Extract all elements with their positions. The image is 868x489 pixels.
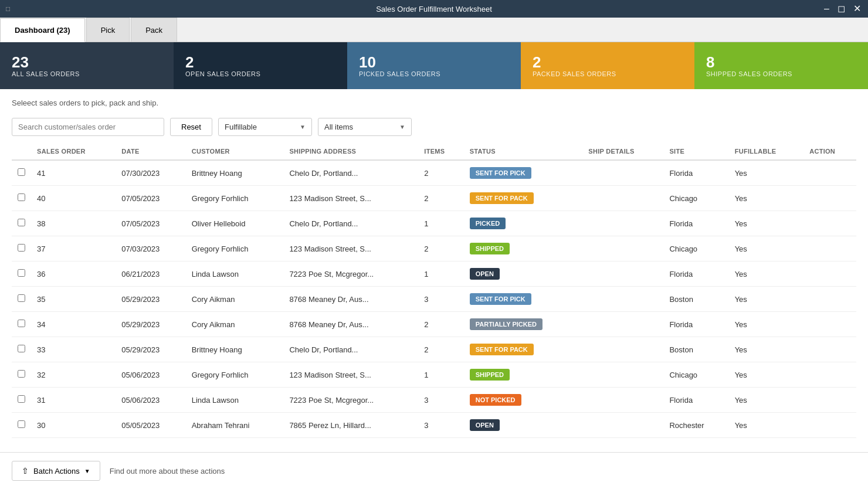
row-items-41: 2 [418,160,463,186]
status-badge-38: PICKED [470,218,506,229]
toolbar: Reset Fulfillable ▼ All items ▼ [0,113,868,143]
row-sales-order-37: 37 [31,236,116,262]
row-items-38: 1 [418,211,463,236]
row-fulfillable-32: Yes [729,362,804,388]
row-status-31: NOT PICKED [464,388,583,413]
table-row: 30 05/05/2023 Abraham Tehrani 7865 Perez… [12,413,856,438]
row-date-34: 05/29/2023 [116,312,185,337]
stat-picked-orders[interactable]: 10 PICKED SALES ORDERS [347,42,521,89]
row-checkbox-32[interactable] [18,370,25,378]
row-ship-details-30 [582,413,663,438]
status-badge-36: OPEN [470,268,500,280]
table-row: 38 07/05/2023 Oliver Helleboid Chelo Dr,… [12,211,856,236]
row-action-30 [803,413,856,438]
tab-pick[interactable]: Pick [86,18,130,42]
row-date-30: 05/05/2023 [116,413,185,438]
status-badge-41: SENT FOR PICK [470,167,531,179]
row-customer-35: Cory Aikman [186,287,284,312]
titlebar-title: Sales Order Fulfillment Worksheet [376,5,492,13]
row-status-34: PARTIALLY PICKED [464,312,583,337]
row-checkbox-cell [12,211,31,236]
batch-actions-button[interactable]: ⇧ Batch Actions ▼ [12,461,100,481]
reset-button[interactable]: Reset [170,118,212,136]
stat-all-orders[interactable]: 23 ALL SALES ORDERS [0,42,174,89]
row-date-40: 07/05/2023 [116,186,185,211]
row-date-37: 07/03/2023 [116,236,185,262]
row-site-30: Rochester [663,413,728,438]
row-shipping-address-38: Chelo Dr, Portland... [283,211,418,236]
header-site: SITE [663,143,728,160]
row-items-30: 3 [418,413,463,438]
row-shipping-address-34: 8768 Meaney Dr, Aus... [283,312,418,337]
row-site-36: Florida [663,262,728,287]
stat-packed-label: PACKED SALES ORDERS [533,70,683,77]
fulfillable-filter[interactable]: Fulfillable ▼ [218,118,312,136]
row-ship-details-35 [582,287,663,312]
minimize-button[interactable]: – [822,4,832,13]
row-checkbox-40[interactable] [18,193,25,201]
stat-open-number: 2 [185,54,335,71]
row-checkbox-36[interactable] [18,269,25,277]
stat-shipped-orders[interactable]: 8 SHIPPED SALES ORDERS [694,42,868,89]
row-customer-37: Gregory Forhlich [186,236,284,262]
maximize-button[interactable]: ◻ [835,4,847,13]
header-fulfillable: FUFILLABLE [729,143,804,160]
status-badge-37: SHIPPED [470,243,510,254]
chevron-down-icon-2: ▼ [399,124,405,130]
row-checkbox-31[interactable] [18,395,25,403]
row-checkbox-34[interactable] [18,320,25,327]
row-shipping-address-32: 123 Madison Street, S... [283,362,418,388]
status-badge-32: SHIPPED [470,369,510,381]
stat-picked-number: 10 [359,54,509,71]
row-checkbox-38[interactable] [18,219,25,226]
row-date-38: 07/05/2023 [116,211,185,236]
row-date-32: 05/06/2023 [116,362,185,388]
stat-packed-number: 2 [533,54,683,71]
stat-open-orders[interactable]: 2 OPEN SALES ORDERS [174,42,347,89]
close-button[interactable]: ✕ [851,4,863,13]
row-checkbox-cell [12,236,31,262]
row-status-41: SENT FOR PICK [464,160,583,186]
row-checkbox-30[interactable] [18,420,25,428]
row-checkbox-33[interactable] [18,345,25,352]
row-fulfillable-34: Yes [729,312,804,337]
row-items-32: 1 [418,362,463,388]
row-checkbox-41[interactable] [18,168,25,176]
row-checkbox-37[interactable] [18,244,25,252]
find-out-link[interactable]: Find out more about these actions [110,467,225,476]
stat-packed-orders[interactable]: 2 PACKED SALES ORDERS [521,42,694,89]
row-items-40: 2 [418,186,463,211]
row-site-35: Boston [663,287,728,312]
row-checkbox-35[interactable] [18,294,25,302]
row-site-41: Florida [663,160,728,186]
tab-dashboard[interactable]: Dashboard (23) [0,18,85,42]
header-status: STATUS [464,143,583,160]
row-ship-details-36 [582,262,663,287]
table-row: 37 07/03/2023 Gregory Forhlich 123 Madis… [12,236,856,262]
row-ship-details-37 [582,236,663,262]
row-status-30: OPEN [464,413,583,438]
row-date-33: 05/29/2023 [116,337,185,362]
row-shipping-address-30: 7865 Perez Ln, Hillard... [283,413,418,438]
row-customer-30: Abraham Tehrani [186,413,284,438]
row-sales-order-35: 35 [31,287,116,312]
row-fulfillable-31: Yes [729,388,804,413]
stat-all-number: 23 [12,54,162,71]
row-action-36 [803,262,856,287]
row-customer-31: Linda Lawson [186,388,284,413]
table-row: 31 05/06/2023 Linda Lawson 7223 Poe St, … [12,388,856,413]
table-row: 34 05/29/2023 Cory Aikman 8768 Meaney Dr… [12,312,856,337]
row-site-33: Boston [663,337,728,362]
search-input[interactable] [12,118,164,136]
row-sales-order-32: 32 [31,362,116,388]
row-sales-order-40: 40 [31,186,116,211]
row-customer-38: Oliver Helleboid [186,211,284,236]
row-checkbox-cell [12,312,31,337]
header-date: DATE [116,143,185,160]
row-status-35: SENT FOR PICK [464,287,583,312]
stats-row: 23 ALL SALES ORDERS 2 OPEN SALES ORDERS … [0,42,868,89]
row-site-31: Florida [663,388,728,413]
items-filter[interactable]: All items ▼ [318,118,412,136]
tab-pack[interactable]: Pack [131,18,177,42]
items-filter-label: All items [324,123,353,131]
